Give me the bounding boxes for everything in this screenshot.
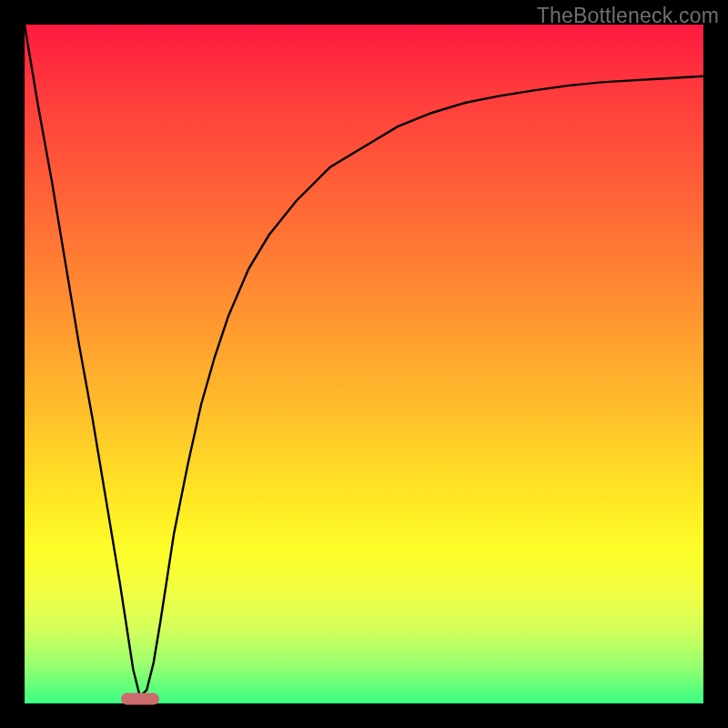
minimum-marker (121, 693, 159, 704)
watermark-text: TheBottleneck.com (537, 4, 719, 28)
curve-path (25, 25, 703, 697)
plot-area (25, 25, 703, 703)
bottleneck-curve (25, 25, 703, 703)
chart-frame: TheBottleneck.com (0, 0, 728, 728)
